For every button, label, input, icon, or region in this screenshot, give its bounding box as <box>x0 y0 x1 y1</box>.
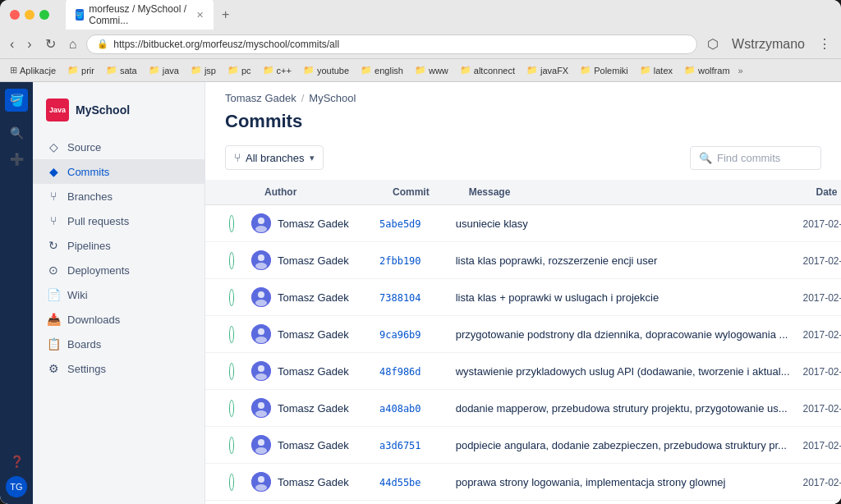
graph-cell <box>205 427 245 464</box>
author-avatar <box>251 361 271 381</box>
close-button[interactable] <box>10 10 20 20</box>
browser-tab-active[interactable]: 🪣 morfeusz / MySchool / Commi... ✕ <box>66 0 214 31</box>
repo-header: Java MySchool <box>33 92 205 135</box>
forward-button[interactable]: › <box>24 34 34 55</box>
svg-point-14 <box>255 373 267 380</box>
commit-hash[interactable]: 9ca96b9 <box>379 329 421 341</box>
main-content: Tomasz Gadek / MySchool Commits ⑂ All br… <box>205 82 841 504</box>
maximize-button[interactable] <box>39 10 49 20</box>
search-icon[interactable]: 🔍 <box>5 121 28 144</box>
bookmark-polemiki[interactable]: 📁 Polemiki <box>577 63 632 77</box>
bookmark-youtube[interactable]: 📁 youtube <box>300 63 352 77</box>
apps-icon: ⊞ <box>10 65 17 76</box>
commit-dot <box>230 290 233 305</box>
commits-icon: ◆ <box>46 165 61 178</box>
bookmark-sata[interactable]: 📁 sata <box>103 63 140 77</box>
date-cell: 2017-02-01 <box>797 464 842 501</box>
user-avatar[interactable]: TG <box>6 476 27 497</box>
graph-cell <box>205 316 245 353</box>
downloads-icon: 📥 <box>46 313 61 326</box>
commit-hash[interactable]: 48f986d <box>379 366 421 378</box>
table-row: Tomasz Gadek c05b9b0 przygotowanie hiber… <box>205 501 841 505</box>
message-cell: przygotowanie podstrony dla dziennika, d… <box>449 316 797 353</box>
source-icon: ◇ <box>46 140 61 153</box>
sidebar-boards-label: Boards <box>67 338 101 351</box>
sidebar-item-source[interactable]: ◇ Source <box>33 135 205 159</box>
find-commits-input[interactable]: 🔍 Find commits <box>690 146 821 170</box>
author-cell: Tomasz Gadek <box>245 316 373 353</box>
sidebar-item-boards[interactable]: 📋 Boards <box>33 332 205 356</box>
bookmark-java[interactable]: 📁 java <box>145 63 182 77</box>
back-button[interactable]: ‹ <box>7 34 17 55</box>
svg-point-10 <box>258 328 264 335</box>
sidebar-pipelines-label: Pipelines <box>67 240 111 252</box>
sidebar-item-pipelines[interactable]: ↻ Pipelines <box>33 233 205 258</box>
bookmark-pc[interactable]: 📁 pc <box>224 63 255 77</box>
commit-hash[interactable]: 2fbb190 <box>379 255 421 267</box>
commit-hash[interactable]: a3d6751 <box>379 440 421 451</box>
bookmark-javafx[interactable]: 📁 javaFX <box>523 63 572 77</box>
svg-point-19 <box>258 439 264 446</box>
folder-icon: 📁 <box>106 65 117 76</box>
sidebar-item-downloads[interactable]: 📥 Downloads <box>33 307 205 332</box>
breadcrumb-repo[interactable]: MySchool <box>309 92 356 104</box>
extensions-button[interactable]: ⬡ <box>704 33 722 55</box>
bookmark-cpp-label: c++ <box>277 66 292 76</box>
commit-hash[interactable]: 5abe5d9 <box>379 218 421 230</box>
sidebar-item-deployments[interactable]: ⊙ Deployments <box>33 258 205 282</box>
author-avatar <box>251 435 271 455</box>
bookmark-jsp[interactable]: 📁 jsp <box>187 63 219 77</box>
account-button[interactable]: Wstrzymano <box>728 34 808 55</box>
bookmark-pc-label: pc <box>241 66 251 76</box>
breadcrumb: Tomasz Gadek / MySchool <box>205 82 841 108</box>
bookmark-latex[interactable]: 📁 latex <box>636 63 676 77</box>
bitbucket-logo[interactable]: 🪣 <box>5 89 28 112</box>
bookmark-www[interactable]: 📁 www <box>411 63 452 77</box>
sidebar-item-pull-requests[interactable]: ⑂ Pull requests <box>33 208 205 233</box>
lock-icon: 🔒 <box>97 39 108 49</box>
author-name: Tomasz Gadek <box>278 476 349 488</box>
commit-hash[interactable]: 7388104 <box>379 292 421 304</box>
breadcrumb-user[interactable]: Tomasz Gadek <box>225 92 296 104</box>
bookmarks-more-icon[interactable]: » <box>738 66 743 76</box>
home-button[interactable]: ⌂ <box>66 34 80 55</box>
svg-point-16 <box>258 402 264 409</box>
bookmark-www-label: www <box>429 66 448 76</box>
menu-button[interactable]: ⋮ <box>815 33 834 55</box>
author-col-header: Author <box>245 180 373 205</box>
graph-col-header <box>205 180 245 205</box>
commit-hash-cell: a3d6751 <box>373 427 449 464</box>
commit-hash[interactable]: 44d55be <box>379 477 421 488</box>
app-container: 🪣 🔍 ➕ ❓ TG Java MySchool ◇ Source <box>0 82 841 504</box>
commit-hash[interactable]: a408ab0 <box>379 403 421 415</box>
author-avatar <box>251 287 271 307</box>
sidebar-item-commits[interactable]: ◆ Commits <box>33 159 205 184</box>
table-row: Tomasz Gadek 48f986d wystawienie przykla… <box>205 353 841 390</box>
help-icon[interactable]: ❓ <box>5 450 28 473</box>
bookmark-apps[interactable]: ⊞ Aplikacje <box>7 63 59 77</box>
bookmark-cpp[interactable]: 📁 c++ <box>260 63 295 77</box>
new-tab-button[interactable]: + <box>215 4 236 25</box>
message-cell: usuniecie klasy <box>449 205 797 242</box>
tab-close-icon[interactable]: ✕ <box>196 10 204 21</box>
author-cell: Tomasz Gadek <box>245 501 373 505</box>
table-row: Tomasz Gadek a408ab0 dodanie mapperow, p… <box>205 390 841 427</box>
branch-selector[interactable]: ⑂ All branches ▾ <box>225 145 324 170</box>
minimize-button[interactable] <box>25 10 34 20</box>
bookmark-prir[interactable]: 📁 prir <box>64 63 98 77</box>
sidebar-downloads-label: Downloads <box>67 314 120 326</box>
bookmark-english[interactable]: 📁 english <box>357 63 407 77</box>
commits-toolbar: ⑂ All branches ▾ 🔍 Find commits <box>205 145 841 180</box>
sidebar-item-wiki[interactable]: 📄 Wiki <box>33 282 205 307</box>
sidebar-item-branches[interactable]: ⑂ Branches <box>33 184 205 208</box>
sidebar-item-settings[interactable]: ⚙ Settings <box>33 356 205 381</box>
create-icon[interactable]: ➕ <box>5 148 28 171</box>
bookmark-altconnect[interactable]: 📁 altconnect <box>457 63 518 77</box>
sidebar-wiki-label: Wiki <box>67 289 88 301</box>
reload-button[interactable]: ↻ <box>42 33 59 55</box>
commit-date: 2017-02-01 <box>803 477 842 488</box>
svg-point-11 <box>255 337 267 343</box>
date-cell: 2017-02-22 <box>797 316 842 353</box>
bookmark-wolfram[interactable]: 📁 wolfram <box>681 63 733 77</box>
url-bar[interactable]: 🔒 https://bitbucket.org/morfeusz/myschoo… <box>86 34 697 54</box>
